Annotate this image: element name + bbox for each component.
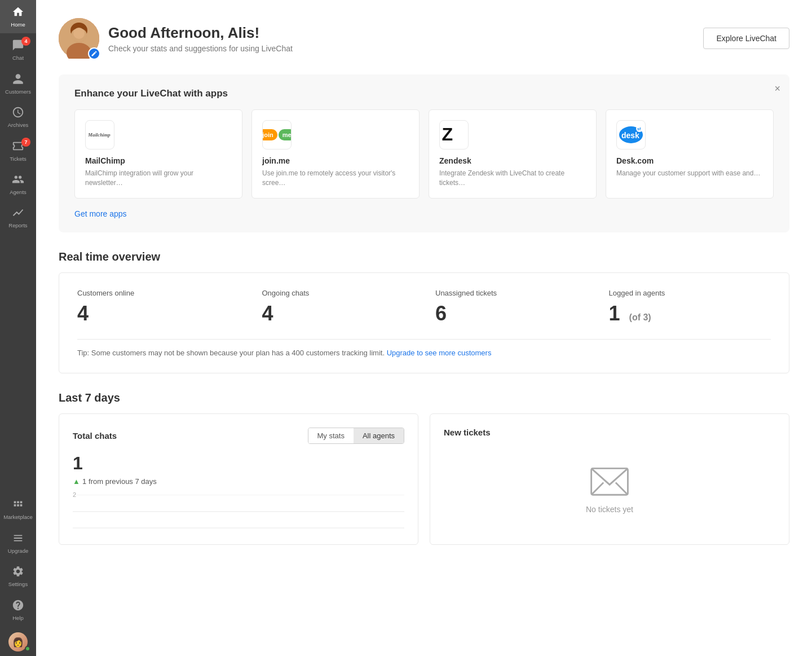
stat-divider xyxy=(77,339,771,340)
stat-chats-label: Ongoing chats xyxy=(262,289,413,297)
apps-card: Enhance your LiveChat with apps × Mailch… xyxy=(59,74,789,232)
sidebar-item-reports-label: Reports xyxy=(8,222,27,228)
mailchimp-name: MailChimp xyxy=(85,156,232,165)
svg-text:Z: Z xyxy=(442,124,453,144)
app-card-mailchimp[interactable]: Mailchimp MailChimp MailChimp integratio… xyxy=(74,109,242,199)
sidebar-item-tickets[interactable]: Tickets 7 xyxy=(0,134,36,168)
total-chats-card: Total chats My stats All agents 1 ▲ 1 fr… xyxy=(59,413,418,545)
stats-grid: Customers online 4 Ongoing chats 4 Unass… xyxy=(77,289,771,325)
apps-grid: Mailchimp MailChimp MailChimp integratio… xyxy=(74,109,774,199)
sidebar-item-customers-label: Customers xyxy=(5,89,31,95)
realtime-card: Customers online 4 Ongoing chats 4 Unass… xyxy=(59,272,789,373)
last7-grid: Total chats My stats All agents 1 ▲ 1 fr… xyxy=(59,413,789,545)
sidebar-item-archives[interactable]: Archives xyxy=(0,100,36,134)
new-tickets-title: New tickets xyxy=(444,428,491,437)
sidebar-item-home[interactable]: Home xyxy=(0,0,36,33)
online-status-dot xyxy=(25,646,30,651)
no-tickets-label: No tickets yet xyxy=(586,505,633,514)
realtime-title: Real time overview xyxy=(59,250,789,263)
header-text: Good Afternoon, Alis! Check your stats a… xyxy=(108,24,293,53)
my-stats-tab[interactable]: My stats xyxy=(308,428,354,443)
sidebar: Home Chat 4 Customers Archives Tickets 7 xyxy=(0,0,36,656)
apps-close-button[interactable]: × xyxy=(774,83,780,94)
zendesk-icon: Z xyxy=(439,120,469,149)
total-chats-header: Total chats My stats All agents xyxy=(73,428,404,444)
chat-badge: 4 xyxy=(21,37,30,46)
agents-icon xyxy=(12,173,24,187)
user-avatar-item[interactable]: 👩 xyxy=(0,627,36,656)
joinme-icon: join me xyxy=(262,120,292,149)
change-text: ▲ 1 from previous 7 days xyxy=(73,477,404,486)
sidebar-item-chat-label: Chat xyxy=(12,55,24,61)
avatar-badge xyxy=(88,47,100,60)
settings-icon xyxy=(12,565,24,579)
sidebar-item-marketplace[interactable]: Marketplace xyxy=(0,492,36,526)
sidebar-item-settings-label: Settings xyxy=(8,581,28,587)
home-icon xyxy=(12,6,24,20)
sidebar-item-archives-label: Archives xyxy=(8,122,28,128)
svg-line-17 xyxy=(592,482,604,495)
sidebar-item-help-label: Help xyxy=(12,615,24,621)
sidebar-item-tickets-label: Tickets xyxy=(10,156,27,162)
page-header: Good Afternoon, Alis! Check your stats a… xyxy=(59,18,789,59)
sidebar-item-home-label: Home xyxy=(11,21,25,28)
total-chats-title: Total chats xyxy=(73,431,117,441)
sidebar-item-upgrade[interactable]: Upgrade xyxy=(0,526,36,560)
app-card-deskcom[interactable]: desk sf Desk.com Manage your customer su… xyxy=(606,109,774,199)
new-tickets-header: New tickets xyxy=(444,428,775,437)
envelope-icon xyxy=(589,463,630,500)
stat-customers-online: Customers online 4 xyxy=(77,289,251,325)
sidebar-item-chat[interactable]: Chat 4 xyxy=(0,33,36,67)
sidebar-item-upgrade-label: Upgrade xyxy=(8,548,28,554)
header-left: Good Afternoon, Alis! Check your stats a… xyxy=(59,18,293,59)
sidebar-item-reports[interactable]: Reports xyxy=(0,201,36,234)
zendesk-name: Zendesk xyxy=(439,156,586,165)
greeting-title: Good Afternoon, Alis! xyxy=(108,24,293,42)
stat-ongoing-chats: Ongoing chats 4 xyxy=(251,289,425,325)
help-icon xyxy=(12,599,24,613)
stat-tickets-label: Unassigned tickets xyxy=(435,289,586,297)
mailchimp-desc: MailChimp integration will grow your new… xyxy=(85,169,232,188)
sidebar-item-settings[interactable]: Settings xyxy=(0,560,36,593)
stat-agents-label: Logged in agents xyxy=(609,289,760,297)
stat-agents-value: 1 (of 3) xyxy=(609,302,760,325)
stat-tickets-value: 6 xyxy=(435,302,586,325)
mini-chart: 2 xyxy=(73,495,404,529)
new-tickets-card: New tickets No tickets yet xyxy=(430,413,789,545)
stat-customers-value: 4 xyxy=(77,302,240,325)
sidebar-item-marketplace-label: Marketplace xyxy=(3,514,33,520)
all-agents-tab[interactable]: All agents xyxy=(354,428,404,443)
mailchimp-icon: Mailchimp xyxy=(85,120,114,149)
customers-icon xyxy=(12,73,24,87)
total-chats-value: 1 xyxy=(73,453,404,474)
stat-logged-in-agents: Logged in agents 1 (of 3) xyxy=(598,289,771,325)
svg-line-18 xyxy=(616,482,628,495)
change-label: from previous 7 days xyxy=(89,477,157,486)
svg-text:desk: desk xyxy=(621,131,639,140)
get-more-apps-link[interactable]: Get more apps xyxy=(74,209,127,218)
stat-unassigned-tickets: Unassigned tickets 6 xyxy=(424,289,598,325)
joinme-desc: Use join.me to remotely access your visi… xyxy=(262,169,409,188)
upgrade-link[interactable]: Upgrade to see more customers xyxy=(387,349,492,357)
stats-tab-group: My stats All agents xyxy=(308,428,405,444)
svg-text:sf: sf xyxy=(637,127,641,131)
svg-point-5 xyxy=(73,28,85,39)
zendesk-desc: Integrate Zendesk with LiveChat to creat… xyxy=(439,169,586,188)
last7-title: Last 7 days xyxy=(59,391,789,404)
app-card-joinme[interactable]: join me join.me Use join.me to remotely … xyxy=(251,109,420,199)
main-content: Good Afternoon, Alis! Check your stats a… xyxy=(36,0,812,656)
change-value: 1 xyxy=(82,477,86,486)
sidebar-item-agents-label: Agents xyxy=(10,189,27,195)
app-card-zendesk[interactable]: Z Zendesk Integrate Zendesk with LiveCha… xyxy=(429,109,597,199)
deskcom-icon: desk sf xyxy=(616,120,646,149)
sidebar-item-agents[interactable]: Agents xyxy=(0,168,36,201)
stat-customers-label: Customers online xyxy=(77,289,240,297)
stat-agents-suffix: (of 3) xyxy=(629,312,651,322)
realtime-tip: Tip: Some customers may not be shown bec… xyxy=(77,349,771,357)
user-avatar xyxy=(59,18,99,59)
explore-button[interactable]: Explore LiveChat xyxy=(703,28,789,49)
deskcom-name: Desk.com xyxy=(616,156,763,165)
sidebar-item-help[interactable]: Help xyxy=(0,593,36,627)
tip-text-content: Tip: Some customers may not be shown bec… xyxy=(77,349,385,357)
sidebar-item-customers[interactable]: Customers xyxy=(0,67,36,100)
